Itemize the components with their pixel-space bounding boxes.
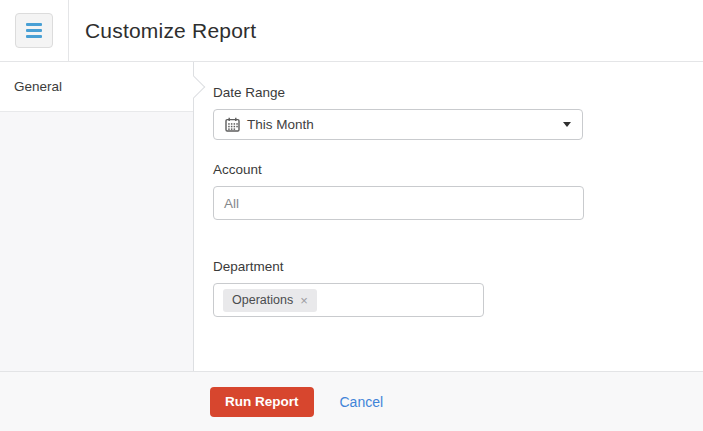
cancel-link[interactable]: Cancel [340, 394, 384, 410]
footer-bar: Run Report Cancel [0, 371, 703, 431]
date-range-select[interactable]: This Month [213, 109, 583, 140]
hamburger-icon [26, 29, 42, 32]
date-range-value: This Month [247, 117, 314, 132]
hamburger-icon [26, 35, 42, 38]
hamburger-menu-button[interactable] [15, 13, 53, 48]
menu-cell [0, 0, 69, 61]
tag-remove-icon[interactable]: × [300, 294, 308, 307]
department-input[interactable]: Operations × [213, 283, 484, 317]
department-tag-label: Operations [232, 293, 293, 307]
department-label: Department [213, 259, 703, 274]
hamburger-icon [26, 23, 42, 26]
department-tag: Operations × [223, 289, 317, 312]
chevron-down-icon [563, 122, 571, 127]
page-title: Customize Report [85, 19, 256, 43]
account-input[interactable]: All [213, 186, 584, 220]
run-report-button[interactable]: Run Report [210, 387, 314, 417]
sidebar-background [0, 112, 193, 371]
account-label: Account [213, 162, 703, 177]
sidebar: General [0, 62, 194, 371]
account-value: All [224, 196, 239, 211]
header: Customize Report [0, 0, 703, 62]
sidebar-tab-general[interactable]: General [0, 62, 193, 112]
customize-form: Date Range This Month Account All Depart… [195, 62, 703, 371]
calendar-icon [225, 117, 240, 132]
date-range-label: Date Range [213, 85, 703, 100]
sidebar-tab-label: General [14, 79, 62, 94]
